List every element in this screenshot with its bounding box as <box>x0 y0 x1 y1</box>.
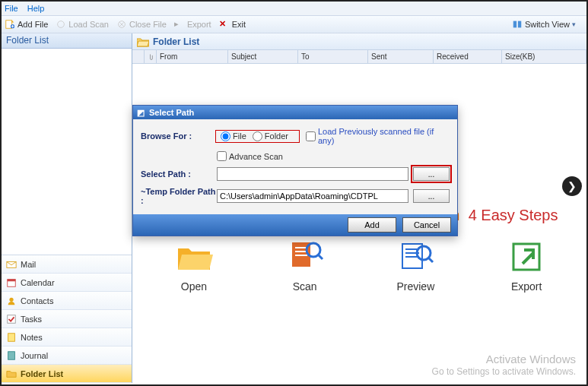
sidebar-item-label: Contacts <box>21 296 53 305</box>
temp-path-input[interactable] <box>217 189 408 203</box>
contacts-icon <box>6 296 17 306</box>
radio-file[interactable]: File <box>221 131 246 141</box>
sidebar-item-calendar[interactable]: Calendar <box>2 274 132 292</box>
browse-path-button[interactable]: ... <box>413 167 450 181</box>
exit-label: Exit <box>232 20 246 29</box>
dialog-icon: ◩ <box>137 108 146 117</box>
notes-icon <box>6 332 17 343</box>
svg-rect-23 <box>513 244 539 270</box>
radio-folder-input[interactable] <box>253 131 262 141</box>
sidebar-item-label: Tasks <box>21 315 42 324</box>
svg-point-2 <box>58 21 65 28</box>
journal-icon <box>6 350 17 361</box>
switch-view-label: Switch View <box>525 20 570 29</box>
browse-radio-group: File Folder <box>215 130 300 143</box>
sidebar-item-label: Notes <box>21 333 43 342</box>
tasks-icon <box>6 314 17 324</box>
advance-scan-input[interactable] <box>217 151 227 161</box>
toolbar: Add File Load Scan Close File ▸ Export ✕… <box>2 15 586 33</box>
svg-rect-11 <box>8 333 15 341</box>
promo-steps: Open Scan Preview Export <box>138 238 582 293</box>
switch-view-button[interactable]: Switch View ▾ <box>512 19 576 30</box>
radio-file-input[interactable] <box>221 131 230 141</box>
col-from[interactable]: From <box>157 50 228 63</box>
exit-button[interactable]: ✕ Exit <box>219 19 246 30</box>
next-button[interactable]: ❯ <box>562 176 582 196</box>
advance-scan-checkbox[interactable]: Advance Scan <box>217 151 283 161</box>
col-to[interactable]: To <box>298 50 368 63</box>
close-file-icon <box>116 19 127 30</box>
add-file-button[interactable]: Add File <box>5 19 48 30</box>
folder-open-icon <box>137 36 149 47</box>
calendar-icon <box>6 277 17 288</box>
load-prev-checkbox[interactable]: Load Previously scanned file (if any) <box>306 127 450 145</box>
exit-icon: ✕ <box>219 19 230 30</box>
switch-view-icon <box>512 19 523 30</box>
export-arrow-icon <box>507 238 545 276</box>
add-file-label: Add File <box>17 20 48 29</box>
step-preview: Preview <box>396 238 434 293</box>
preview-icon <box>396 238 434 276</box>
load-scan-icon <box>56 19 66 30</box>
folder-icon <box>6 369 17 379</box>
col-attach[interactable] <box>145 50 157 63</box>
close-file-button[interactable]: Close File <box>116 19 167 30</box>
svg-rect-16 <box>295 255 307 256</box>
sidebar-item-label: Mail <box>21 260 36 269</box>
sidebar-tree <box>2 49 132 255</box>
menubar: File Help <box>2 2 586 15</box>
svg-rect-14 <box>295 247 307 248</box>
sidebar-item-label: Journal <box>21 351 48 360</box>
load-scan-label: Load Scan <box>68 20 109 29</box>
col-received[interactable]: Received <box>434 50 502 63</box>
column-headers: From Subject To Sent Received Size(KB) <box>132 50 586 64</box>
add-file-icon <box>5 19 15 30</box>
sidebar-item-folder-list[interactable]: Folder List <box>2 365 132 383</box>
svg-rect-12 <box>8 351 15 359</box>
col-size[interactable]: Size(KB) <box>502 50 586 63</box>
load-scan-button[interactable]: Load Scan <box>56 19 109 30</box>
dialog-titlebar: ◩ Select Path <box>133 106 457 119</box>
col-subject[interactable]: Subject <box>228 50 298 63</box>
select-path-dialog: ◩ Select Path Browse For : File Folder L… <box>132 105 458 236</box>
select-path-label: Select Path : <box>141 169 217 179</box>
scan-icon <box>286 238 324 276</box>
browse-temp-button[interactable]: ... <box>413 189 450 203</box>
step-scan: Scan <box>286 238 324 293</box>
col-sent[interactable]: Sent <box>368 50 434 63</box>
step-export: Export <box>507 238 545 293</box>
open-folder-icon <box>175 238 213 276</box>
add-button[interactable]: Add <box>348 217 396 233</box>
menu-help[interactable]: Help <box>27 4 45 13</box>
chevron-down-icon: ▾ <box>572 21 576 28</box>
step-open: Open <box>175 238 213 293</box>
sidebar-item-contacts[interactable]: Contacts <box>2 292 132 310</box>
close-file-label: Close File <box>129 20 167 29</box>
sidebar-item-label: Calendar <box>21 278 55 287</box>
menu-file[interactable]: File <box>5 4 18 13</box>
content-title: Folder List <box>153 36 199 47</box>
svg-point-9 <box>9 297 13 301</box>
sidebar-nav: Mail Calendar Contacts Tasks Notes Journ… <box>2 255 132 383</box>
windows-watermark: Activate Windows Go to Settings to activ… <box>432 352 576 378</box>
sidebar-item-notes[interactable]: Notes <box>2 328 132 346</box>
select-path-input[interactable] <box>217 167 408 181</box>
load-prev-input[interactable] <box>306 131 316 141</box>
sidebar-item-tasks[interactable]: Tasks <box>2 310 132 328</box>
dialog-footer: Add Cancel <box>133 214 457 236</box>
sidebar-item-mail[interactable]: Mail <box>2 255 132 274</box>
export-label: Export <box>187 20 211 29</box>
col-flag[interactable] <box>132 50 145 63</box>
sidebar-item-journal[interactable]: Journal <box>2 346 132 365</box>
radio-folder[interactable]: Folder <box>253 131 288 141</box>
svg-rect-5 <box>518 21 521 28</box>
export-button[interactable]: ▸ Export <box>174 19 211 30</box>
svg-rect-10 <box>8 315 16 323</box>
cancel-button[interactable]: Cancel <box>402 217 451 233</box>
sidebar-item-label: Folder List <box>21 369 63 378</box>
mail-icon <box>6 259 17 270</box>
sidebar-head: Folder List <box>2 33 132 49</box>
svg-rect-8 <box>8 279 16 281</box>
browse-for-label: Browse For : <box>141 131 215 141</box>
svg-rect-4 <box>513 21 516 28</box>
